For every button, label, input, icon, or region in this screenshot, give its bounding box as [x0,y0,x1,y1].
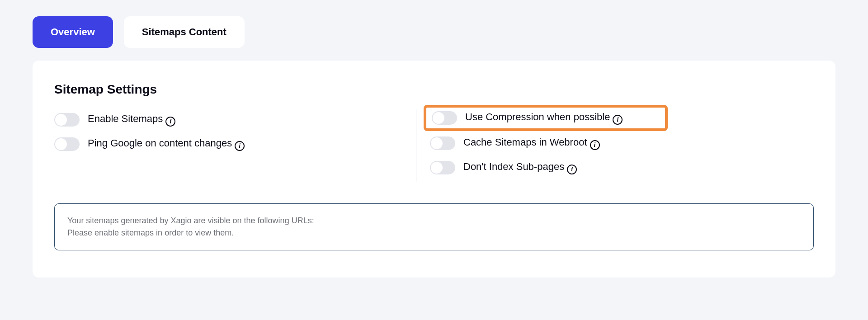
label-use-compression: Use Compression when possiblei [465,111,623,125]
label-ping-google: Ping Google on content changesi [88,137,245,151]
info-icon[interactable]: i [613,115,623,125]
setting-dont-index-subpages: Don't Index Sub-pagesi [430,157,814,178]
label-dont-index-subpages: Don't Index Sub-pagesi [463,161,577,174]
settings-column-right: Use Compression when possiblei Cache Sit… [416,109,814,182]
toggle-dont-index-subpages[interactable] [430,161,455,174]
toggle-ping-google[interactable] [54,137,80,151]
tabs: Overview Sitemaps Content [33,16,835,48]
label-enable-sitemaps: Enable Sitemapsi [88,113,175,127]
settings-column-left: Enable Sitemapsi Ping Google on content … [54,109,416,182]
info-icon[interactable]: i [567,165,577,174]
setting-enable-sitemaps: Enable Sitemapsi [54,109,416,130]
toggle-use-compression[interactable] [432,111,457,125]
info-icon[interactable]: i [235,141,245,151]
tab-sitemaps-content[interactable]: Sitemaps Content [124,16,245,48]
setting-use-compression: Use Compression when possiblei [424,105,668,131]
setting-cache-sitemaps: Cache Sitemaps in Webrooti [430,133,814,154]
settings-row: Enable Sitemapsi Ping Google on content … [54,109,814,182]
toggle-enable-sitemaps[interactable] [54,113,80,127]
tab-overview[interactable]: Overview [33,16,113,48]
settings-card: Sitemap Settings Enable Sitemapsi Ping G… [33,61,835,278]
notice-line-1: Your sitemaps generated by Xagio are vis… [67,215,801,227]
notice-line-2: Please enable sitemaps in order to view … [67,227,801,239]
info-icon[interactable]: i [165,117,175,127]
toggle-cache-sitemaps[interactable] [430,136,455,150]
label-cache-sitemaps: Cache Sitemaps in Webrooti [463,136,600,150]
page-title: Sitemap Settings [54,82,814,97]
setting-ping-google: Ping Google on content changesi [54,134,416,155]
notice-box: Your sitemaps generated by Xagio are vis… [54,203,814,250]
info-icon[interactable]: i [590,140,600,150]
